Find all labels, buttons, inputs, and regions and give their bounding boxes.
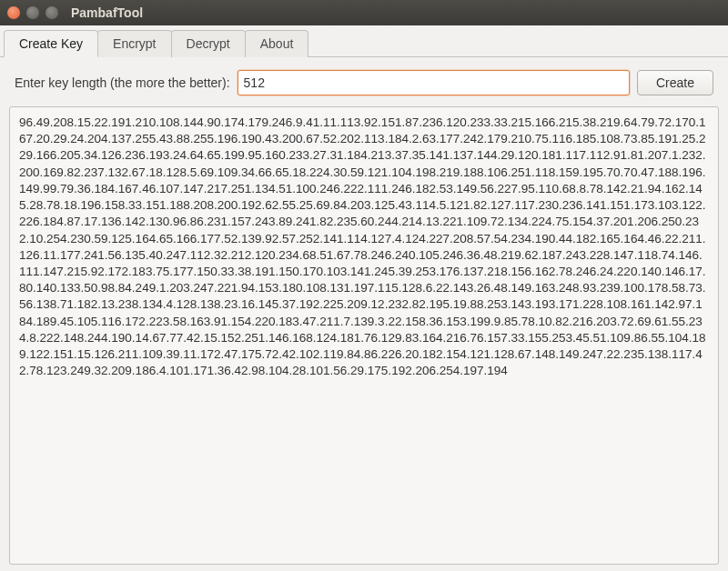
window-controls bbox=[7, 6, 58, 19]
tab-label: Decrypt bbox=[187, 36, 230, 51]
tab-decrypt[interactable]: Decrypt bbox=[171, 30, 246, 57]
tab-about[interactable]: About bbox=[245, 30, 309, 57]
key-length-input[interactable] bbox=[238, 70, 630, 95]
tab-bar: Create Key Encrypt Decrypt About bbox=[0, 25, 728, 57]
tab-label: About bbox=[260, 36, 294, 51]
key-output: 96.49.208.15.22.191.210.108.144.90.174.1… bbox=[9, 106, 719, 565]
key-length-row: Enter key length (the more the better): … bbox=[9, 70, 719, 95]
maximize-icon[interactable] bbox=[46, 6, 58, 19]
window-titlebar: PambafTool bbox=[0, 0, 728, 25]
tab-create-key[interactable]: Create Key bbox=[4, 30, 98, 57]
client-area: Create Key Encrypt Decrypt About Enter k… bbox=[0, 25, 728, 571]
window-title: PambafTool bbox=[71, 5, 143, 20]
tab-label: Create Key bbox=[19, 36, 83, 51]
tab-label: Encrypt bbox=[113, 36, 156, 51]
tab-encrypt[interactable]: Encrypt bbox=[97, 30, 171, 57]
minimize-icon[interactable] bbox=[26, 6, 39, 19]
create-button[interactable]: Create bbox=[637, 70, 713, 95]
key-length-label: Enter key length (the more the better): bbox=[15, 75, 230, 90]
tab-content: Enter key length (the more the better): … bbox=[0, 57, 728, 571]
close-icon[interactable] bbox=[7, 6, 20, 19]
